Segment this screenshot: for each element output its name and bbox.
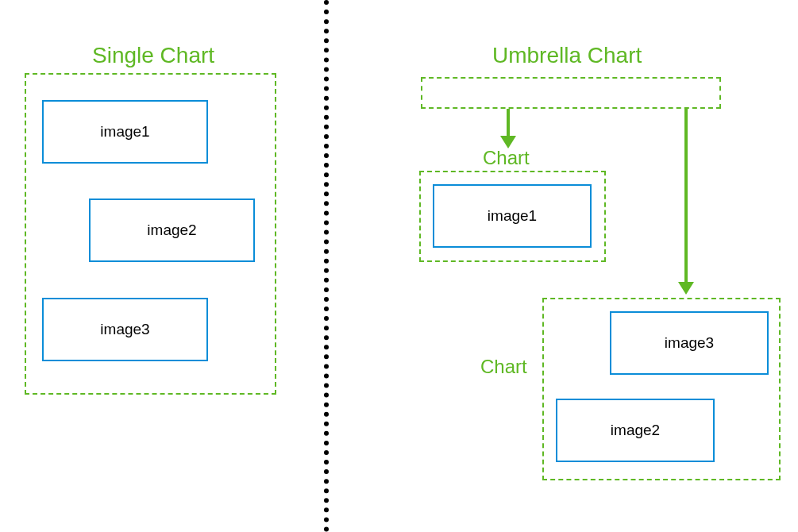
box-label: image2 — [611, 422, 660, 439]
sub-chart-2-box-1: image3 — [610, 311, 769, 375]
arrow-2-head — [678, 282, 694, 295]
diagram-canvas: Single Chart image1 image2 image3 Umbrel… — [0, 0, 798, 532]
arrow-1-head — [500, 136, 516, 148]
sub-chart-1-label: Chart — [483, 147, 530, 169]
single-chart-title: Single Chart — [92, 43, 214, 68]
umbrella-top-bar — [421, 77, 721, 109]
box-label: image1 — [488, 207, 537, 225]
sub-chart-2-label: Chart — [480, 356, 527, 378]
box-label: image1 — [100, 123, 149, 141]
box-label: image3 — [665, 334, 714, 352]
single-chart-box-1: image1 — [42, 100, 208, 164]
single-chart-box-3: image3 — [42, 298, 208, 361]
umbrella-chart-title: Umbrella Chart — [492, 43, 642, 68]
vertical-divider — [324, 0, 329, 532]
sub-chart-2-box-2: image2 — [556, 399, 715, 462]
arrow-2-line — [684, 109, 688, 285]
box-label: image2 — [147, 222, 196, 239]
box-label: image3 — [100, 321, 149, 338]
sub-chart-1-box: image1 — [433, 184, 592, 248]
arrow-1-line — [507, 109, 510, 139]
single-chart-box-2: image2 — [89, 199, 255, 262]
